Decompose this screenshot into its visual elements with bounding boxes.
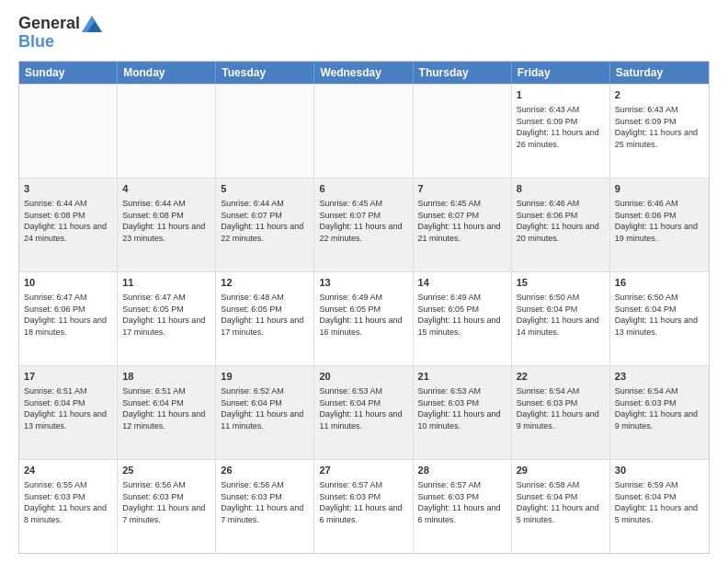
cal-cell-empty <box>314 85 413 178</box>
day-number: 28 <box>418 464 506 477</box>
day-header-tuesday: Tuesday <box>216 62 314 84</box>
cell-info: Sunrise: 6:54 AMSunset: 6:03 PMDaylight:… <box>517 385 605 431</box>
cell-info: Sunrise: 6:53 AMSunset: 6:04 PMDaylight:… <box>319 385 407 431</box>
cal-cell-day-27: 27Sunrise: 6:57 AMSunset: 6:03 PMDayligh… <box>314 460 413 553</box>
day-number: 27 <box>319 464 407 477</box>
cal-cell-day-7: 7Sunrise: 6:45 AMSunset: 6:07 PMDaylight… <box>414 178 512 271</box>
cell-info: Sunrise: 6:56 AMSunset: 6:03 PMDaylight:… <box>122 479 210 525</box>
day-number: 8 <box>517 182 605 196</box>
day-number: 30 <box>615 464 704 477</box>
cal-cell-empty <box>19 85 118 178</box>
cell-info: Sunrise: 6:47 AMSunset: 6:06 PMDaylight:… <box>24 292 112 338</box>
day-number: 19 <box>221 370 309 384</box>
cal-cell-day-21: 21Sunrise: 6:53 AMSunset: 6:03 PMDayligh… <box>414 366 512 459</box>
cal-cell-day-14: 14Sunrise: 6:49 AMSunset: 6:05 PMDayligh… <box>414 272 512 365</box>
cal-cell-day-19: 19Sunrise: 6:52 AMSunset: 6:04 PMDayligh… <box>216 366 314 459</box>
cal-row-3: 10Sunrise: 6:47 AMSunset: 6:06 PMDayligh… <box>19 271 709 365</box>
cal-row-4: 17Sunrise: 6:51 AMSunset: 6:04 PMDayligh… <box>19 365 709 459</box>
day-header-saturday: Saturday <box>610 62 709 84</box>
cell-info: Sunrise: 6:58 AMSunset: 6:04 PMDaylight:… <box>517 479 605 525</box>
cal-cell-day-12: 12Sunrise: 6:48 AMSunset: 6:05 PMDayligh… <box>216 272 314 365</box>
day-number: 12 <box>221 276 309 290</box>
cell-info: Sunrise: 6:44 AMSunset: 6:08 PMDaylight:… <box>24 198 112 244</box>
cal-cell-empty <box>118 85 216 178</box>
cal-cell-day-3: 3Sunrise: 6:44 AMSunset: 6:08 PMDaylight… <box>19 178 118 271</box>
day-header-thursday: Thursday <box>414 62 512 84</box>
day-header-wednesday: Wednesday <box>314 62 413 84</box>
cell-info: Sunrise: 6:53 AMSunset: 6:03 PMDaylight:… <box>418 385 506 431</box>
cell-info: Sunrise: 6:55 AMSunset: 6:03 PMDaylight:… <box>24 479 112 525</box>
cal-cell-day-26: 26Sunrise: 6:56 AMSunset: 6:03 PMDayligh… <box>216 460 314 553</box>
cal-cell-day-4: 4Sunrise: 6:44 AMSunset: 6:08 PMDaylight… <box>118 178 216 271</box>
day-number: 22 <box>517 370 605 384</box>
cell-info: Sunrise: 6:54 AMSunset: 6:03 PMDaylight:… <box>615 385 704 431</box>
day-number: 2 <box>615 88 704 102</box>
day-number: 9 <box>615 182 704 196</box>
cal-cell-day-5: 5Sunrise: 6:44 AMSunset: 6:07 PMDaylight… <box>216 178 314 271</box>
day-number: 24 <box>24 464 112 477</box>
day-number: 14 <box>418 276 506 290</box>
cal-cell-day-16: 16Sunrise: 6:50 AMSunset: 6:04 PMDayligh… <box>610 272 709 365</box>
day-number: 25 <box>122 464 210 477</box>
day-number: 15 <box>517 276 605 290</box>
cal-cell-day-15: 15Sunrise: 6:50 AMSunset: 6:04 PMDayligh… <box>512 272 610 365</box>
day-number: 5 <box>221 182 309 196</box>
cell-info: Sunrise: 6:44 AMSunset: 6:08 PMDaylight:… <box>122 198 210 244</box>
day-number: 18 <box>122 370 210 384</box>
logo: General Blue <box>18 15 102 52</box>
day-number: 16 <box>615 276 704 290</box>
cal-cell-day-17: 17Sunrise: 6:51 AMSunset: 6:04 PMDayligh… <box>19 366 118 459</box>
cal-cell-day-25: 25Sunrise: 6:56 AMSunset: 6:03 PMDayligh… <box>118 460 216 553</box>
cell-info: Sunrise: 6:45 AMSunset: 6:07 PMDaylight:… <box>319 198 407 244</box>
day-number: 7 <box>418 182 506 196</box>
day-number: 21 <box>418 370 506 384</box>
calendar-body: 1Sunrise: 6:43 AMSunset: 6:09 PMDaylight… <box>19 84 709 553</box>
cell-info: Sunrise: 6:50 AMSunset: 6:04 PMDaylight:… <box>517 292 605 338</box>
cal-cell-day-6: 6Sunrise: 6:45 AMSunset: 6:07 PMDaylight… <box>314 178 413 271</box>
day-number: 17 <box>24 370 112 384</box>
cal-row-2: 3Sunrise: 6:44 AMSunset: 6:08 PMDaylight… <box>19 178 709 271</box>
cal-cell-day-11: 11Sunrise: 6:47 AMSunset: 6:05 PMDayligh… <box>118 272 216 365</box>
cal-row-1: 1Sunrise: 6:43 AMSunset: 6:09 PMDaylight… <box>19 84 709 178</box>
day-number: 4 <box>122 182 210 196</box>
cal-cell-day-9: 9Sunrise: 6:46 AMSunset: 6:06 PMDaylight… <box>610 178 709 271</box>
cell-info: Sunrise: 6:51 AMSunset: 6:04 PMDaylight:… <box>24 385 112 431</box>
cell-info: Sunrise: 6:45 AMSunset: 6:07 PMDaylight:… <box>418 198 506 244</box>
cal-row-5: 24Sunrise: 6:55 AMSunset: 6:03 PMDayligh… <box>19 459 709 553</box>
day-number: 13 <box>319 276 407 290</box>
cell-info: Sunrise: 6:46 AMSunset: 6:06 PMDaylight:… <box>517 198 605 244</box>
cal-cell-day-30: 30Sunrise: 6:59 AMSunset: 6:04 PMDayligh… <box>610 460 709 553</box>
calendar: SundayMondayTuesdayWednesdayThursdayFrid… <box>18 61 710 554</box>
logo-general: General <box>18 14 80 32</box>
day-header-friday: Friday <box>512 62 610 84</box>
cell-info: Sunrise: 6:48 AMSunset: 6:05 PMDaylight:… <box>221 292 309 338</box>
cal-cell-day-20: 20Sunrise: 6:53 AMSunset: 6:04 PMDayligh… <box>314 366 413 459</box>
cal-cell-day-29: 29Sunrise: 6:58 AMSunset: 6:04 PMDayligh… <box>512 460 610 553</box>
cal-cell-day-23: 23Sunrise: 6:54 AMSunset: 6:03 PMDayligh… <box>610 366 709 459</box>
page-header: General Blue <box>18 15 710 52</box>
cell-info: Sunrise: 6:43 AMSunset: 6:09 PMDaylight:… <box>517 104 605 150</box>
cal-cell-day-18: 18Sunrise: 6:51 AMSunset: 6:04 PMDayligh… <box>118 366 216 459</box>
cal-cell-day-24: 24Sunrise: 6:55 AMSunset: 6:03 PMDayligh… <box>19 460 118 553</box>
cal-cell-day-2: 2Sunrise: 6:43 AMSunset: 6:09 PMDaylight… <box>610 85 709 178</box>
day-number: 29 <box>517 464 605 477</box>
cell-info: Sunrise: 6:47 AMSunset: 6:05 PMDaylight:… <box>122 292 210 338</box>
day-number: 6 <box>319 182 407 196</box>
cell-info: Sunrise: 6:59 AMSunset: 6:04 PMDaylight:… <box>615 479 704 525</box>
cal-cell-day-10: 10Sunrise: 6:47 AMSunset: 6:06 PMDayligh… <box>19 272 118 365</box>
day-number: 10 <box>24 276 112 290</box>
cell-info: Sunrise: 6:57 AMSunset: 6:03 PMDaylight:… <box>319 479 407 525</box>
calendar-header: SundayMondayTuesdayWednesdayThursdayFrid… <box>19 62 709 84</box>
cell-info: Sunrise: 6:43 AMSunset: 6:09 PMDaylight:… <box>615 104 704 150</box>
day-number: 11 <box>122 276 210 290</box>
cell-info: Sunrise: 6:51 AMSunset: 6:04 PMDaylight:… <box>122 385 210 431</box>
cell-info: Sunrise: 6:57 AMSunset: 6:03 PMDaylight:… <box>418 479 506 525</box>
day-number: 3 <box>24 182 112 196</box>
cell-info: Sunrise: 6:56 AMSunset: 6:03 PMDaylight:… <box>221 479 309 525</box>
day-header-sunday: Sunday <box>19 62 118 84</box>
cell-info: Sunrise: 6:50 AMSunset: 6:04 PMDaylight:… <box>615 292 704 338</box>
day-number: 23 <box>615 370 704 384</box>
cal-cell-day-8: 8Sunrise: 6:46 AMSunset: 6:06 PMDaylight… <box>512 178 610 271</box>
cal-cell-day-28: 28Sunrise: 6:57 AMSunset: 6:03 PMDayligh… <box>414 460 512 553</box>
cal-cell-day-1: 1Sunrise: 6:43 AMSunset: 6:09 PMDaylight… <box>512 85 610 178</box>
